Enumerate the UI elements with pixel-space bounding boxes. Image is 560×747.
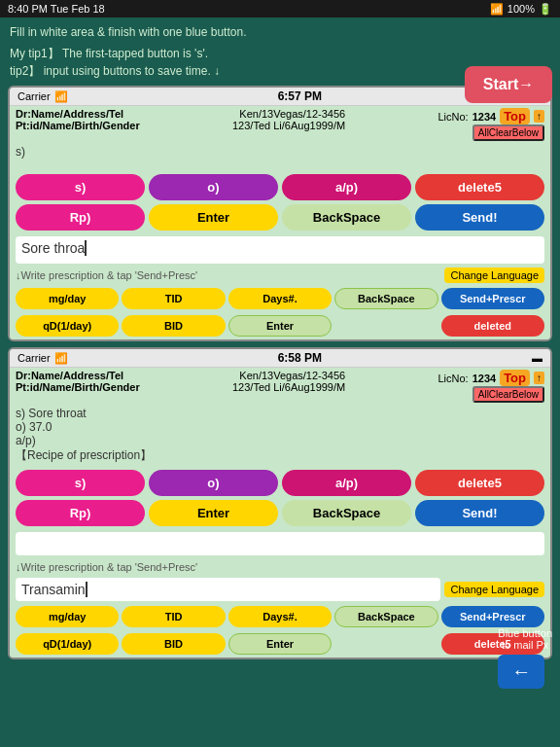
btn-mgday-2[interactable]: mg/day	[16, 606, 119, 627]
btn-enter-presc-2[interactable]: Enter	[228, 633, 332, 655]
phone-frame-2: Carrier 📶 6:58 PM ▬ Dr:Name/Address/Tel …	[8, 347, 552, 659]
phone-status-2: Carrier 📶 6:58 PM ▬	[10, 349, 550, 368]
content-text-2: s) Sore throat o) 37.0 a/p) 【Recipe of p…	[10, 405, 550, 466]
arrow-left-button[interactable]: ←	[498, 655, 544, 689]
header-left-1: Dr:Name/Address/Tel Pt:id/Name/Birth/Gen…	[16, 108, 140, 131]
lic-no-1: 1234	[472, 111, 496, 123]
text-input-2[interactable]	[16, 532, 544, 555]
btn-sendpresc-1[interactable]: Send+Prescr	[441, 288, 544, 309]
instruction-line2: My tip1】 The first-tapped button is 's'.	[10, 45, 550, 62]
header-1: Dr:Name/Address/Tel Pt:id/Name/Birth/Gen…	[10, 106, 550, 143]
presc-row1-1: mg/day TID Days#. BackSpace Send+Prescr	[10, 285, 550, 312]
header-right-1: Ken/13Vegas/12-3456 123/Ted Li/6Aug1999/…	[232, 108, 345, 131]
btn-enter-1[interactable]: Enter	[149, 204, 278, 231]
phone-time-1: 6:57 PM	[278, 89, 322, 103]
content-text-1: s)	[10, 143, 550, 170]
btn-mgday-1[interactable]: mg/day	[16, 288, 119, 309]
btn-ap-1[interactable]: a/p)	[282, 174, 411, 200]
presc-row1-2: mg/day TID Days#. BackSpace Send+Prescr	[10, 603, 550, 630]
pt-value-1: 123/Ted Li/6Aug1999/M	[232, 120, 345, 131]
pt-label-1: Pt:id/Name/Birth/Gender	[16, 120, 140, 131]
battery-icon-2: ▬	[532, 352, 542, 364]
pt-label-2: Pt:id/Name/Birth/Gender	[16, 381, 140, 393]
dr-label-1: Dr:Name/Address/Tel	[16, 108, 140, 120]
battery-2: ▬	[532, 352, 542, 364]
battery-label: 100%	[508, 3, 535, 15]
presc-row2-1: qD(1/day) BID Enter deleted	[10, 312, 550, 339]
btn-sendpresc-2[interactable]: Send+Prescr	[441, 606, 544, 627]
start-button[interactable]: Start→	[465, 66, 552, 103]
btn-deleted-1[interactable]: deleted	[441, 315, 544, 337]
btn-o-1[interactable]: o)	[149, 174, 278, 200]
pt-value-2: 123/Ted Li/6Aug1999/M	[232, 381, 345, 393]
header-right-2: Ken/13Vegas/12-3456 123/Ted Li/6Aug1999/…	[232, 370, 345, 393]
phone-time-2: 6:58 PM	[278, 351, 322, 365]
btn-rp-2[interactable]: Rp)	[16, 500, 145, 526]
btn-send-1[interactable]: Send!	[415, 204, 544, 231]
btn-s-2[interactable]: s)	[16, 470, 145, 496]
btn-ap-2[interactable]: a/p)	[282, 470, 411, 496]
lic-no-2: 1234	[472, 373, 496, 384]
battery-icon: 🔋	[539, 3, 552, 16]
presc-bar-1: ↓Write prescription & tap 'Send+Presc' C…	[10, 266, 550, 285]
btn-qd-2[interactable]: qD(1/day)	[16, 633, 119, 655]
all-clear-2[interactable]: AllClearBelow	[472, 386, 544, 403]
lic-label-1: LicNo:	[438, 111, 468, 123]
header-2: Dr:Name/Address/Tel Pt:id/Name/Birth/Gen…	[10, 368, 550, 405]
btn-daysh-1[interactable]: Days#.	[228, 288, 332, 309]
btn-grid-2: s) o) a/p) delete5 Rp) Enter BackSpace S…	[10, 466, 550, 530]
btn-delete5-2[interactable]: delete5	[415, 470, 544, 496]
btn-send-2[interactable]: Send!	[415, 500, 544, 526]
btn-backspace-2[interactable]: BackSpace	[282, 500, 411, 526]
top-arrow-1: ↑	[534, 110, 544, 123]
presc-bar-2: ↓Write prescription & tap 'Send+Presc'	[10, 557, 550, 576]
btn-s-1[interactable]: s)	[16, 174, 145, 200]
top-button-1[interactable]: Top	[500, 108, 530, 124]
btn-delete5-1[interactable]: delete5	[415, 174, 544, 200]
status-time: 8:40 PM Tue Feb 18	[8, 3, 105, 15]
change-lang-1[interactable]: Change Language	[444, 267, 544, 283]
presc-row2-2: qD(1/day) BID Enter delete5	[10, 630, 550, 658]
status-bar: 8:40 PM Tue Feb 18 📶 100% 🔋	[0, 0, 560, 18]
change-lang-2[interactable]: Change Language	[444, 582, 544, 597]
dr-value-2: Ken/13Vegas/12-3456	[239, 370, 345, 381]
presc-label-2: ↓Write prescription & tap 'Send+Presc'	[16, 561, 197, 573]
btn-qd-1[interactable]: qD(1/day)	[16, 315, 119, 337]
btn-o-2[interactable]: o)	[149, 470, 278, 496]
header-left-2: Dr:Name/Address/Tel Pt:id/Name/Birth/Gen…	[16, 370, 140, 393]
wifi-icon-2: 📶	[54, 352, 68, 365]
blue-btn-area: Blue button to mail Px ←	[498, 627, 552, 689]
lic-label-2: LicNo:	[438, 373, 468, 384]
lic-section-2: LicNo: 1234 Top ↑ AllClearBelow	[438, 370, 544, 403]
btn-daysh-2[interactable]: Days#.	[228, 606, 332, 627]
dr-label-2: Dr:Name/Address/Tel	[16, 370, 140, 381]
btn-enter-presc-1[interactable]: Enter	[228, 315, 332, 337]
phone-frame-1: Carrier 📶 6:57 PM ▬ Dr:Name/Address/Tel …	[8, 86, 552, 341]
blue-btn-label: Blue button to mail Px	[498, 627, 552, 651]
instruction-line1: Fill in white area & finish with one blu…	[10, 23, 550, 41]
carrier-1: Carrier 📶	[18, 90, 68, 103]
btn-backspace-presc-1[interactable]: BackSpace	[334, 288, 438, 309]
btn-bid-1[interactable]: BID	[122, 315, 225, 337]
btn-backspace-presc-2[interactable]: BackSpace	[334, 606, 438, 627]
btn-tid-1[interactable]: TID	[122, 288, 225, 309]
all-clear-1[interactable]: AllClearBelow	[472, 124, 544, 141]
btn-enter-2[interactable]: Enter	[149, 500, 278, 526]
top-arrow-2: ↑	[534, 372, 544, 384]
dr-value-1: Ken/13Vegas/12-3456	[239, 108, 345, 120]
btn-rp-1[interactable]: Rp)	[16, 204, 145, 231]
btn-tid-2[interactable]: TID	[122, 606, 225, 627]
btn-grid-1: s) o) a/p) delete5 Rp) Enter BackSpace S…	[10, 170, 550, 234]
presc-input-row-2: Transamin Change Language	[10, 576, 550, 603]
wifi-icon: 📶	[490, 3, 504, 16]
wifi-icon-1: 📶	[54, 90, 68, 103]
text-input-1[interactable]: Sore throa	[16, 236, 544, 264]
presc-input-2[interactable]: Transamin	[16, 578, 440, 601]
presc-label-1: ↓Write prescription & tap 'Send+Presc'	[16, 269, 197, 281]
btn-backspace-1[interactable]: BackSpace	[282, 204, 411, 231]
btn-bid-2[interactable]: BID	[122, 633, 225, 655]
top-button-2[interactable]: Top	[500, 370, 530, 386]
carrier-2: Carrier 📶	[18, 352, 68, 365]
lic-section-1: LicNo: 1234 Top ↑ AllClearBelow	[438, 108, 544, 141]
